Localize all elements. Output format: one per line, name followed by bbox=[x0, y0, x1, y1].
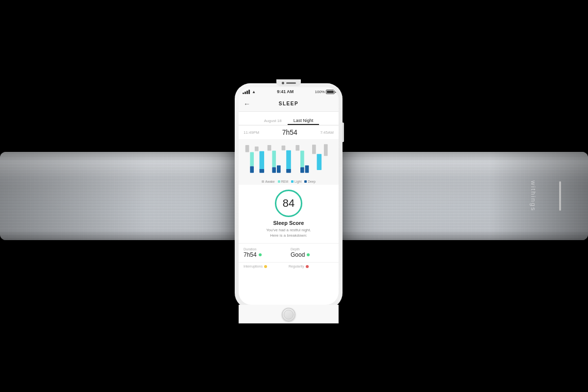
metric-regularity-indicator bbox=[306, 265, 309, 268]
metric-depth-indicator bbox=[307, 253, 310, 256]
front-camera bbox=[282, 82, 284, 84]
legend-dot-rem bbox=[278, 180, 280, 183]
svg-rect-13 bbox=[250, 166, 254, 172]
scene-background: withings bbox=[0, 0, 588, 392]
score-title: Sleep Score bbox=[244, 220, 334, 226]
svg-rect-1 bbox=[255, 147, 259, 151]
pad-shadow-left bbox=[0, 152, 147, 240]
battery-icon bbox=[326, 90, 335, 94]
svg-rect-5 bbox=[312, 145, 316, 154]
sleep-end-time: 7:45AM bbox=[320, 130, 334, 135]
phone-notch bbox=[276, 79, 301, 86]
score-circle: 84 bbox=[275, 190, 302, 217]
svg-rect-0 bbox=[245, 145, 249, 152]
legend-awake: Awake bbox=[262, 180, 274, 183]
pad-shadow-right bbox=[490, 152, 588, 240]
legend-dot-deep bbox=[304, 180, 307, 183]
signal-bar-4 bbox=[248, 90, 250, 94]
svg-rect-3 bbox=[282, 146, 286, 150]
legend-label-light: Light bbox=[294, 180, 301, 183]
sleep-score-section: 84 Sleep Score You've had a restful nigh… bbox=[239, 185, 339, 243]
tab-last-night-label: Last Night bbox=[294, 118, 314, 123]
svg-rect-11 bbox=[286, 150, 291, 170]
earpiece-speaker bbox=[286, 82, 296, 84]
chart-legend: Awake REM Light Deep bbox=[239, 178, 339, 185]
legend-dot-awake bbox=[262, 180, 264, 183]
metrics-bottom-row: Interruptions Regularity bbox=[239, 262, 339, 271]
svg-rect-19 bbox=[305, 165, 309, 172]
home-button-area bbox=[239, 305, 339, 323]
metric-regularity-label: Regularity bbox=[289, 265, 304, 268]
signal-bar-2 bbox=[245, 92, 246, 94]
status-bar-right: 100% bbox=[315, 90, 335, 94]
signal-bar-1 bbox=[243, 93, 244, 94]
metric-interruptions-label: Interruptions bbox=[244, 265, 263, 268]
wifi-icon: ▲ bbox=[252, 90, 256, 94]
metric-depth-value-row: Good bbox=[291, 251, 334, 258]
brand-logo: withings bbox=[530, 181, 537, 212]
svg-rect-2 bbox=[268, 145, 271, 151]
page-title: SLEEP bbox=[279, 101, 298, 106]
cellular-signal bbox=[243, 90, 250, 94]
signal-bar-3 bbox=[246, 91, 248, 94]
metric-duration-indicator bbox=[259, 253, 262, 256]
sleep-duration-main: 7h54 bbox=[282, 128, 297, 136]
charging-cable bbox=[559, 181, 561, 211]
tab-august-18-label: August 18 bbox=[264, 119, 282, 123]
legend-light: Light bbox=[291, 180, 301, 183]
svg-rect-4 bbox=[295, 145, 299, 151]
metric-depth-value: Good bbox=[291, 251, 305, 258]
score-value: 84 bbox=[283, 197, 294, 210]
svg-rect-17 bbox=[286, 169, 291, 173]
legend-deep: Deep bbox=[304, 180, 316, 183]
phone-device: ▲ 9:41 AM 100% ← SLEEP bbox=[235, 83, 343, 309]
legend-rem: REM bbox=[278, 180, 288, 183]
metric-duration-value: 7h54 bbox=[244, 251, 257, 258]
tab-bar: August 18 Last Night bbox=[239, 112, 339, 125]
metric-duration: Duration 7h54 bbox=[244, 247, 287, 258]
status-bar-left: ▲ bbox=[243, 90, 256, 94]
metric-depth-label: Depth bbox=[291, 247, 334, 251]
score-subtitle: You've had a restful night. Here is a br… bbox=[244, 227, 334, 238]
metric-depth: Depth Good bbox=[291, 247, 334, 258]
sleep-chart bbox=[239, 139, 339, 178]
home-button[interactable] bbox=[282, 308, 295, 321]
score-subtitle-line2: Here is a breakdown: bbox=[270, 233, 307, 238]
svg-rect-7 bbox=[250, 152, 254, 167]
phone-outer-shell: ▲ 9:41 AM 100% ← SLEEP bbox=[235, 83, 343, 309]
navigation-bar: ← SLEEP bbox=[239, 96, 339, 112]
battery-fill bbox=[327, 91, 334, 93]
svg-rect-10 bbox=[259, 151, 264, 170]
phone-screen: ▲ 9:41 AM 100% ← SLEEP bbox=[239, 87, 339, 305]
svg-rect-15 bbox=[272, 167, 276, 173]
svg-rect-16 bbox=[277, 165, 281, 172]
svg-rect-14 bbox=[259, 169, 264, 173]
status-bar: ▲ 9:41 AM 100% bbox=[239, 87, 339, 96]
status-time: 9:41 AM bbox=[277, 89, 294, 94]
metric-duration-value-row: 7h54 bbox=[244, 251, 287, 258]
tab-last-night[interactable]: Last Night bbox=[288, 116, 319, 125]
back-button[interactable]: ← bbox=[244, 100, 250, 108]
metric-duration-label: Duration bbox=[244, 247, 287, 251]
legend-label-rem: REM bbox=[281, 180, 288, 183]
metric-interruptions-indicator bbox=[264, 265, 267, 268]
legend-dot-light bbox=[291, 180, 294, 183]
svg-rect-9 bbox=[300, 151, 304, 168]
svg-rect-6 bbox=[324, 144, 328, 156]
svg-rect-18 bbox=[300, 167, 304, 173]
metric-regularity: Regularity bbox=[289, 265, 334, 268]
svg-rect-8 bbox=[272, 151, 276, 168]
battery-percent: 100% bbox=[315, 90, 325, 94]
sleep-start-time: 11:49PM bbox=[244, 130, 259, 135]
time-range-bar: 11:49PM 7h54 7:45AM bbox=[239, 125, 339, 139]
sleep-chart-svg bbox=[242, 142, 336, 174]
metrics-grid: Duration 7h54 Depth Good bbox=[239, 243, 339, 262]
legend-label-awake: Awake bbox=[265, 180, 274, 183]
score-subtitle-line1: You've had a restful night. bbox=[266, 228, 311, 232]
tab-august-18[interactable]: August 18 bbox=[258, 116, 288, 125]
metric-interruptions: Interruptions bbox=[244, 265, 289, 268]
legend-label-deep: Deep bbox=[308, 180, 316, 183]
home-button-inner-ring bbox=[284, 310, 294, 319]
svg-rect-12 bbox=[317, 154, 322, 170]
